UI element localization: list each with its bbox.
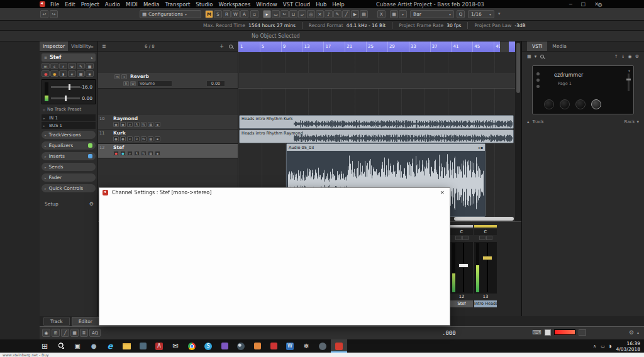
menu-item[interactable]: Help [332, 1, 344, 8]
lock-icon[interactable] [155, 136, 160, 141]
record-enable-icon[interactable] [113, 136, 119, 141]
network-icon[interactable]: ▭ [601, 344, 605, 349]
settings-gear-icon[interactable]: ⚙ [629, 329, 634, 336]
object-selection-tool[interactable]: ▸ [263, 10, 271, 18]
mute-icon[interactable] [479, 236, 486, 240]
crossfade-icon[interactable]: X [377, 10, 386, 18]
marker-icon[interactable] [545, 329, 551, 336]
grid-icon[interactable]: ≣ [80, 329, 88, 337]
inspector-section-header[interactable]: ▸ TrackVersions [42, 131, 96, 139]
inspector-section-header[interactable]: ▸ Fader [42, 173, 96, 182]
write-automation-icon[interactable] [141, 136, 147, 141]
menu-item[interactable]: Media [143, 1, 160, 8]
menu-item[interactable]: Studio [196, 1, 213, 8]
undo-icon[interactable]: ↩ [40, 10, 48, 18]
taskbar-button[interactable]: ▣ [69, 339, 86, 353]
edit-icon[interactable]: ✎ [77, 63, 85, 69]
taskbar-button[interactable] [331, 339, 347, 353]
setup-row[interactable]: Setup ⚙ [45, 201, 94, 207]
knob-icon[interactable] [560, 99, 570, 109]
toolbar-options-icon[interactable]: ▾ [498, 11, 501, 16]
erase-tool[interactable]: ▱ [298, 10, 306, 18]
redo-icon[interactable]: ↪ [50, 10, 58, 18]
midi-activity-icon[interactable] [579, 329, 586, 336]
write-automation-icon[interactable] [141, 151, 147, 156]
channel-edit-icon[interactable]: e [68, 70, 76, 77]
inspector-section-header[interactable]: ▸ Quick Controls [42, 184, 96, 192]
automation-button[interactable]: A [240, 10, 248, 18]
read-automation-icon[interactable] [134, 151, 140, 156]
snap-grid-icon[interactable]: ▦ [390, 10, 398, 18]
taskbar-button[interactable] [216, 339, 233, 353]
line-tool[interactable]: ╱ [342, 10, 350, 18]
menu-item[interactable]: File [50, 1, 59, 8]
write-automation-icon[interactable]: w [68, 63, 76, 69]
zone-tab[interactable]: Track [43, 317, 70, 326]
configurations-dropdown[interactable]: ▦ Configurations ▾ [140, 10, 201, 18]
search-icon[interactable] [228, 44, 234, 50]
instrument-icon[interactable] [148, 136, 153, 141]
close-icon[interactable]: × [440, 189, 445, 195]
audio-event[interactable]: Heads intro Rhythm Kurk [239, 115, 514, 129]
automation-button[interactable]: M [205, 10, 213, 18]
maximize-button[interactable]: □ [581, 1, 586, 7]
chevron-down-icon[interactable]: ▾ [628, 69, 630, 73]
color-tool[interactable]: ▤ [360, 10, 368, 18]
instrument-slot[interactable]: ezdrummer Page 1 ▾ [532, 65, 634, 114]
channel-edit-icon[interactable] [127, 122, 133, 127]
search-icon[interactable] [540, 54, 545, 60]
range-selection-tool[interactable]: ▭ [272, 10, 280, 18]
menu-item[interactable]: Hub [316, 1, 326, 8]
rack-label[interactable]: Rack [625, 119, 635, 124]
track-preset-field[interactable]: ▫ No Track Preset [43, 107, 96, 112]
track-row[interactable]: 12 Stef [98, 144, 238, 158]
monitor-icon[interactable] [120, 136, 126, 141]
arrow-up-icon[interactable]: ↑ [614, 54, 618, 59]
mute-icon[interactable]: m [42, 63, 50, 69]
transport-time-display[interactable]: .000 [442, 330, 456, 336]
vertical-scrollbar[interactable] [515, 41, 521, 221]
horizontal-scrollbar[interactable] [454, 217, 514, 221]
pan-control[interactable]: C [450, 229, 473, 235]
quantize-dropdown[interactable]: 1/16 ▾ [468, 10, 494, 18]
solo-icon[interactable]: s [50, 63, 58, 69]
glue-tool[interactable]: ⊔ [289, 10, 297, 18]
menu-item[interactable]: VST Cloud [283, 1, 310, 8]
mute-icon[interactable]: m [114, 74, 120, 79]
snap-icon[interactable]: ▦ [70, 329, 79, 337]
lock-icon[interactable]: ▪ [86, 70, 94, 77]
pan-slider[interactable] [51, 97, 80, 99]
auto-quantize-button[interactable]: AQ [89, 329, 101, 337]
split-tool[interactable]: ✂ [280, 10, 289, 18]
solo-icon[interactable] [486, 236, 492, 240]
right-zone-tab[interactable]: VSTi [527, 41, 547, 51]
read-automation-icon[interactable]: R [123, 81, 129, 86]
auto-read-icon[interactable]: ▫ [250, 10, 258, 18]
instrument-icon[interactable]: ▦ [77, 70, 85, 77]
channel-name[interactable]: Stef [450, 300, 473, 307]
tempo-icon[interactable]: ╱ [61, 329, 69, 337]
solo-icon[interactable]: s [121, 74, 127, 79]
taskbar-button[interactable] [135, 339, 151, 353]
automation-parameter-dropdown[interactable]: Volume [137, 80, 172, 87]
routing-row[interactable]: IN 1 [42, 114, 96, 121]
taskbar-button[interactable] [265, 339, 282, 353]
chevron-up-icon[interactable]: ▴ [527, 119, 530, 124]
taskbar-button[interactable] [184, 339, 200, 353]
record-enable-icon[interactable] [113, 122, 119, 127]
taskbar-button[interactable]: S [200, 339, 216, 353]
automation-button[interactable]: S [214, 10, 222, 18]
taskbar-button[interactable] [314, 339, 331, 353]
menu-icon[interactable]: ≣ [102, 43, 106, 49]
track-row-reverb[interactable]: m s Reverb R W Volume 0.00 [98, 73, 238, 89]
freeze-icon[interactable]: ▦ [86, 63, 94, 69]
knob-icon[interactable] [575, 99, 586, 109]
pan-control[interactable]: C [474, 229, 497, 235]
read-automation-icon[interactable] [134, 136, 140, 141]
lock-icon[interactable] [155, 151, 160, 156]
record-enable-icon[interactable]: ● [42, 70, 50, 77]
track-name-header[interactable]: ≣ Stef ▸ [42, 53, 96, 62]
routing-row[interactable]: BUS 1 [42, 122, 96, 129]
monitor-icon[interactable] [120, 122, 126, 127]
arrow-down-icon[interactable]: ↓ [621, 54, 625, 59]
